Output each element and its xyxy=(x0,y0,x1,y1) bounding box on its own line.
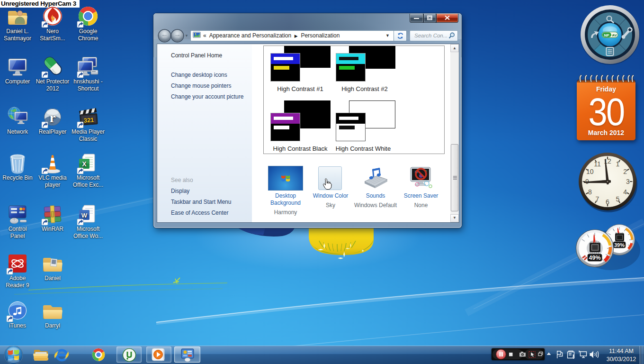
svg-text:10: 10 xyxy=(586,168,594,175)
svg-text:3: 3 xyxy=(626,178,630,185)
svg-text:8: 8 xyxy=(588,188,592,196)
svg-text:W: W xyxy=(81,212,88,219)
svg-text:5: 5 xyxy=(616,195,620,203)
svg-text:r: r xyxy=(49,109,55,125)
svg-text:NP: NP xyxy=(604,33,609,37)
svg-text:4: 4 xyxy=(623,188,627,196)
svg-text:49%: 49% xyxy=(589,255,600,261)
svg-text:11: 11 xyxy=(594,160,601,168)
svg-text:2: 2 xyxy=(623,168,627,175)
svg-text:39%: 39% xyxy=(614,242,625,248)
svg-text:7: 7 xyxy=(596,195,599,203)
svg-text:1: 1 xyxy=(616,160,620,168)
svg-text:6: 6 xyxy=(606,198,609,206)
svg-text:321: 321 xyxy=(83,116,94,124)
svg-text:AV: AV xyxy=(612,33,617,37)
svg-text:X: X xyxy=(82,160,87,168)
